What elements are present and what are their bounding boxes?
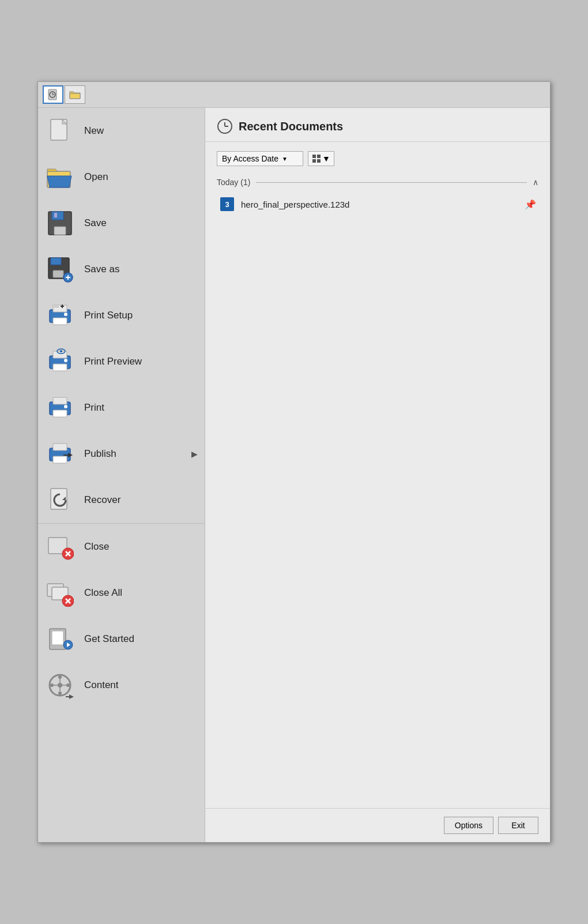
recent-docs-toolbar-btn[interactable] bbox=[43, 85, 63, 104]
svg-rect-4 bbox=[70, 93, 80, 99]
sidebar-item-printpreview-label: Print Preview bbox=[84, 356, 198, 367]
svg-rect-27 bbox=[53, 364, 67, 371]
sidebar-item-getstarted-label: Get Started bbox=[84, 633, 198, 645]
svg-point-30 bbox=[60, 350, 62, 352]
top-toolbar bbox=[38, 82, 550, 108]
sidebar-item-close[interactable]: Close bbox=[38, 524, 205, 570]
svg-point-58 bbox=[58, 692, 62, 695]
sidebar-item-print[interactable]: Print bbox=[38, 385, 205, 431]
sidebar-item-closeall[interactable]: Close All bbox=[38, 570, 205, 616]
exit-button[interactable]: Exit bbox=[498, 817, 538, 834]
sidebar-item-save[interactable]: Save bbox=[38, 200, 205, 246]
svg-rect-14 bbox=[53, 271, 63, 277]
sidebar-item-open[interactable]: Open bbox=[38, 154, 205, 200]
sidebar-item-recover-label: Recover bbox=[84, 494, 198, 506]
open-folder-icon bbox=[69, 88, 81, 101]
section-divider bbox=[256, 182, 527, 183]
sidebar-item-saveas[interactable]: Save as bbox=[38, 246, 205, 292]
filter-bar: By Access Date ▼ ▼ bbox=[217, 151, 538, 166]
open-folder-toolbar-btn[interactable] bbox=[65, 85, 85, 104]
svg-point-59 bbox=[50, 683, 54, 687]
right-panel: Recent Documents By Access Date ▼ bbox=[205, 108, 550, 842]
svg-rect-9 bbox=[52, 212, 63, 220]
section-title: Today (1) bbox=[217, 178, 250, 187]
sidebar-item-content[interactable]: Content bbox=[38, 662, 205, 708]
svg-rect-19 bbox=[53, 305, 67, 312]
sidebar-item-publish[interactable]: Publish ▶ bbox=[38, 431, 205, 477]
saveas-icon bbox=[45, 254, 75, 284]
publish-submenu-arrow: ▶ bbox=[191, 449, 198, 459]
svg-rect-37 bbox=[53, 456, 67, 463]
filter-dropdown[interactable]: By Access Date ▼ bbox=[217, 151, 303, 166]
sidebar-item-printsetup[interactable]: Print Setup bbox=[38, 292, 205, 339]
svg-rect-32 bbox=[53, 397, 67, 404]
close-icon bbox=[45, 532, 75, 562]
sidebar-item-open-label: Open bbox=[84, 171, 198, 183]
sidebar-item-printsetup-label: Print Setup bbox=[84, 310, 198, 321]
svg-point-21 bbox=[64, 313, 67, 316]
sidebar-item-getstarted[interactable]: Get Started bbox=[38, 616, 205, 662]
doc-app-icon: 3 bbox=[220, 197, 234, 211]
publish-icon bbox=[45, 439, 75, 469]
main-content: New Open bbox=[38, 108, 550, 842]
doc-pin-icon[interactable]: 📌 bbox=[525, 199, 536, 210]
svg-point-56 bbox=[58, 683, 62, 688]
svg-rect-13 bbox=[51, 258, 61, 265]
svg-rect-71 bbox=[317, 155, 321, 158]
options-button[interactable]: Options bbox=[444, 817, 493, 834]
svg-rect-20 bbox=[53, 318, 67, 325]
sidebar-item-publish-label: Publish bbox=[84, 448, 182, 460]
sidebar-item-save-label: Save bbox=[84, 217, 198, 229]
svg-rect-73 bbox=[317, 159, 321, 163]
bottom-bar: Options Exit bbox=[205, 808, 550, 842]
doc-item-name: hero_final_perspective.123d bbox=[241, 200, 519, 209]
recover-icon bbox=[45, 485, 75, 515]
svg-marker-65 bbox=[69, 694, 74, 699]
filter-dropdown-arrow: ▼ bbox=[282, 156, 288, 162]
recent-docs-icon bbox=[47, 88, 59, 101]
svg-rect-10 bbox=[54, 227, 66, 235]
svg-rect-36 bbox=[53, 444, 67, 450]
doc-item[interactable]: 3 hero_final_perspective.123d 📌 bbox=[217, 191, 538, 217]
doc-item-icon: 3 bbox=[219, 196, 235, 212]
view-grid-icon bbox=[312, 154, 321, 163]
svg-rect-11 bbox=[54, 213, 57, 217]
filter-label: By Access Date bbox=[222, 154, 278, 163]
sidebar-item-content-label: Content bbox=[84, 679, 198, 691]
sidebar-item-close-label: Close bbox=[84, 541, 198, 553]
svg-rect-33 bbox=[53, 410, 67, 417]
svg-point-60 bbox=[66, 683, 70, 687]
panel-title: Recent Documents bbox=[239, 120, 343, 133]
sidebar: New Open bbox=[38, 108, 205, 842]
sidebar-item-recover[interactable]: Recover bbox=[38, 477, 205, 524]
panel-clock-icon bbox=[217, 118, 233, 134]
view-button[interactable]: ▼ bbox=[308, 151, 334, 166]
printpreview-icon bbox=[45, 347, 75, 377]
content-icon bbox=[45, 670, 75, 700]
sidebar-item-new[interactable]: New bbox=[38, 108, 205, 154]
svg-rect-22 bbox=[54, 306, 59, 307]
panel-body: By Access Date ▼ ▼ bbox=[205, 142, 550, 808]
app-window: New Open bbox=[37, 81, 551, 843]
section-collapse-btn[interactable]: ∧ bbox=[533, 178, 538, 187]
svg-point-28 bbox=[64, 359, 67, 362]
section-header: Today (1) ∧ bbox=[217, 178, 538, 187]
svg-point-34 bbox=[64, 405, 67, 408]
getstarted-icon bbox=[45, 624, 75, 654]
svg-rect-70 bbox=[312, 155, 316, 158]
closeall-icon bbox=[45, 578, 75, 608]
view-dropdown-arrow: ▼ bbox=[322, 154, 330, 163]
svg-rect-72 bbox=[312, 159, 316, 163]
print-icon bbox=[45, 393, 75, 423]
sidebar-item-print-label: Print bbox=[84, 402, 198, 414]
sidebar-item-closeall-label: Close All bbox=[84, 587, 198, 599]
printsetup-icon bbox=[45, 301, 75, 330]
new-icon bbox=[45, 116, 75, 146]
svg-rect-52 bbox=[52, 631, 63, 645]
sidebar-item-saveas-label: Save as bbox=[84, 264, 198, 275]
save-icon bbox=[45, 208, 75, 238]
panel-header: Recent Documents bbox=[205, 108, 550, 142]
open-icon bbox=[45, 162, 75, 192]
svg-point-57 bbox=[58, 675, 62, 679]
sidebar-item-printpreview[interactable]: Print Preview bbox=[38, 339, 205, 385]
